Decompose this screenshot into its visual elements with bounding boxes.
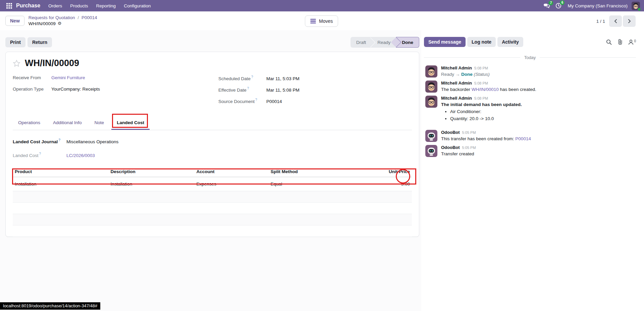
new-button[interactable]: New	[5, 16, 24, 26]
apps-grid-icon[interactable]	[4, 1, 14, 11]
column-description[interactable]: Description	[109, 166, 195, 177]
source-document-value[interactable]: P00014	[266, 99, 282, 104]
tracking-item: Air Conditioner:	[450, 109, 522, 115]
menu-reporting[interactable]: Reporting	[93, 2, 119, 10]
receive-from-value[interactable]: Gemini Furniture	[51, 75, 85, 80]
cell-description[interactable]: Installation	[109, 177, 195, 191]
empty-table-rows	[13, 191, 412, 237]
effective-date-value[interactable]: Mar 11, 5:08 PM	[266, 88, 300, 93]
operation-type-label: Operation Type	[13, 87, 51, 92]
print-button[interactable]: Print	[5, 37, 25, 47]
followers-button[interactable]: 0	[628, 39, 636, 45]
tab-landed-cost[interactable]: Landed Cost	[111, 117, 150, 130]
message-time: 5:05 PM	[462, 146, 476, 150]
notebook-tabs: Operations Additional Info Note Landed C…	[13, 117, 412, 130]
follower-person-icon	[628, 39, 634, 45]
stage-draft[interactable]: Draft	[351, 37, 372, 48]
landed-cost-journal-value[interactable]: Miscellaneous Operations	[66, 139, 118, 144]
search-icon	[606, 39, 612, 45]
landed-cost-value[interactable]: LC/2026/0003	[66, 153, 95, 158]
odoobot-avatar	[425, 130, 437, 142]
table-row[interactable]: Installation Installation Expenses Equal…	[13, 177, 412, 191]
column-unit-price[interactable]: Unit Price	[353, 166, 412, 177]
mitchell-admin-avatar	[425, 65, 437, 77]
arrow-right-icon: →	[455, 72, 460, 77]
message-body: Transfer created	[441, 151, 476, 157]
breadcrumb-separator: /	[77, 15, 79, 20]
cell-product[interactable]: Installation	[13, 177, 109, 191]
search-messages-button[interactable]	[606, 39, 612, 45]
grid-icon	[6, 3, 12, 9]
activity-button[interactable]: Activity	[497, 37, 523, 47]
tab-additional-info[interactable]: Additional Info	[48, 117, 87, 130]
record-link[interactable]: P00014	[515, 136, 531, 141]
menu-configuration[interactable]: Configuration	[120, 2, 154, 10]
pager-next-button[interactable]	[623, 15, 636, 27]
message-author[interactable]: Mitchell Admin	[441, 96, 472, 101]
status-bar-url: localhost:8019/odoo/purchase/14/action-3…	[0, 302, 100, 310]
avatar[interactable]	[425, 96, 437, 108]
landed-cost-journal-label: Landed Cost Journal?	[13, 138, 66, 144]
chevron-left-icon	[614, 19, 617, 23]
moves-list-icon	[310, 19, 316, 24]
attachments-button[interactable]	[618, 39, 623, 45]
cell-account[interactable]: Expenses	[194, 177, 268, 191]
column-product[interactable]: Product	[13, 166, 109, 177]
form-view-area: Print Return Draft Ready Done WH/IN/0000…	[0, 30, 421, 311]
message-time: 5:08 PM	[474, 96, 488, 100]
message-time: 5:08 PM	[474, 66, 488, 70]
return-button[interactable]: Return	[28, 37, 52, 47]
breadcrumb-parent[interactable]: Requests for Quotation	[29, 15, 75, 20]
messages-menu[interactable]: 7	[543, 3, 550, 8]
avatar[interactable]	[425, 130, 437, 142]
pager-previous-button[interactable]	[609, 15, 622, 27]
gear-icon[interactable]: ⚙	[58, 21, 62, 27]
record-link[interactable]: WH/IN/00010	[472, 87, 499, 92]
chatter-buttons-row: Send message Log note Activity	[424, 37, 636, 47]
message-author[interactable]: Mitchell Admin	[441, 81, 472, 86]
mitchell-admin-avatar	[425, 81, 437, 93]
cell-split-method[interactable]: Equal	[269, 177, 353, 191]
message-author[interactable]: OdooBot	[441, 130, 460, 135]
online-status-dot	[638, 8, 641, 11]
message-author[interactable]: OdooBot	[441, 145, 460, 150]
send-message-button[interactable]: Send message	[424, 37, 466, 47]
company-name[interactable]: My Company (San Francisco)	[568, 3, 628, 8]
avatar[interactable]	[425, 81, 437, 93]
form-control-row: Print Return Draft Ready Done	[0, 36, 421, 48]
column-split-method[interactable]: Split Method	[269, 166, 353, 177]
activities-menu[interactable]: 6	[555, 3, 561, 9]
message-body: The initial demand has been updated. Air…	[441, 102, 522, 122]
main-menu: Orders Products Reporting Configuration	[45, 2, 154, 10]
chatter-message: Mitchell Admin 5:08 PM The backorder WH/…	[425, 81, 636, 93]
messages-badge: 7	[548, 1, 553, 5]
moves-smart-button[interactable]: Moves	[305, 15, 338, 27]
tab-operations[interactable]: Operations	[13, 117, 46, 130]
cell-unit-price[interactable]: 5.00	[353, 177, 412, 191]
user-avatar[interactable]	[632, 2, 640, 10]
log-note-button[interactable]: Log note	[467, 37, 496, 47]
menu-products[interactable]: Products	[67, 2, 91, 10]
avatar[interactable]	[425, 145, 437, 157]
stage-done[interactable]: Done	[396, 37, 419, 48]
menu-orders[interactable]: Orders	[45, 2, 65, 10]
chatter-message: Mitchell Admin 5:08 PM Ready → Done (Sta…	[425, 65, 636, 78]
breadcrumb: Requests for Quotation / P00014 WH/IN/00…	[29, 15, 97, 27]
column-account[interactable]: Account	[194, 166, 268, 177]
scheduled-date-value[interactable]: Mar 11, 5:03 PM	[266, 76, 300, 81]
favorite-star-icon[interactable]	[13, 60, 20, 67]
pager: 1 / 1	[596, 15, 636, 27]
message-body: Ready → Done (Status)	[441, 71, 490, 78]
operation-type-value[interactable]: YourCompany: Receipts	[51, 87, 100, 92]
tab-note[interactable]: Note	[89, 117, 110, 130]
breadcrumb-current: WH/IN/00009	[29, 21, 56, 27]
chatter-panel: Send message Log note Activity	[421, 30, 644, 311]
record-title: WH/IN/00009	[25, 58, 79, 68]
app-name[interactable]: Purchase	[16, 3, 40, 9]
odoobot-avatar	[425, 145, 437, 157]
message-body: This transfer has been created from: P00…	[441, 136, 531, 142]
breadcrumb-origin[interactable]: P00014	[82, 15, 97, 20]
help-icon: ?	[247, 87, 249, 90]
avatar[interactable]	[425, 65, 437, 77]
message-author[interactable]: Mitchell Admin	[441, 65, 472, 70]
